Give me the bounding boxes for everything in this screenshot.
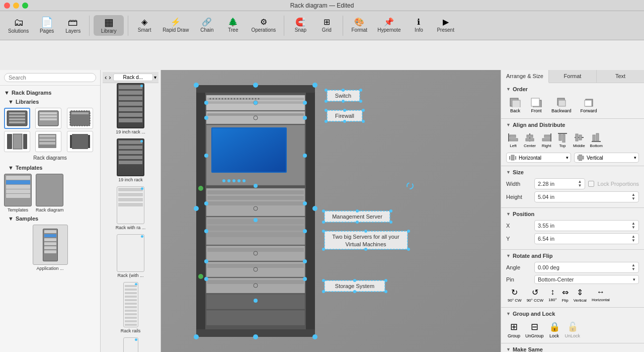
toolbar-library[interactable]: ▦ Library	[94, 15, 124, 36]
sample-thumb-1[interactable]: Application ...	[33, 225, 68, 271]
lock-proportions-checkbox[interactable]	[588, 181, 594, 187]
rack-diagram-svg[interactable]: Switch Firewall Management Se	[181, 80, 493, 352]
section-rack-diagrams[interactable]: ▼ Rack Diagrams	[0, 88, 100, 98]
toolbar-format[interactable]: 🎨 Format	[347, 16, 371, 35]
align-header[interactable]: ▼ Align and Distribute	[506, 122, 639, 128]
thumb-rack-front-2[interactable]	[35, 108, 61, 129]
height-stepper[interactable]: ▲ ▼	[631, 193, 635, 201]
group-btn[interactable]: ⊞ Group	[506, 320, 522, 340]
svg-point-119	[325, 120, 328, 123]
unlock-btn[interactable]: 🔓 UnLock	[564, 320, 582, 340]
traffic-lights[interactable]	[4, 3, 28, 9]
position-x-value[interactable]: 3.55 in ▲ ▼	[534, 220, 639, 231]
toolbar-chain[interactable]: 🔗 Chain	[195, 16, 219, 35]
width-down-btn[interactable]: ▼	[578, 184, 582, 188]
distribute-h-select[interactable]: Horizontal ▾	[506, 153, 571, 163]
toolbar-hypernote[interactable]: 📌 Hypernote	[373, 16, 405, 35]
align-left-btn[interactable]: Left	[506, 131, 520, 150]
angle-down-btn[interactable]: ▼	[631, 267, 635, 271]
order-back-btn[interactable]: Back	[506, 95, 524, 115]
thumb-rack-3d-1[interactable]	[4, 108, 30, 129]
order-backward-btn[interactable]: Backward	[548, 95, 575, 115]
rotate-90ccw-btn[interactable]: ↺ 90° CCW	[525, 286, 545, 304]
toolbar-info[interactable]: ℹ Info	[407, 16, 431, 35]
lib-item-rack-with-rails[interactable]: Rack with ra ...	[103, 186, 158, 230]
toolbar-grid[interactable]: ⊞ Grid	[314, 16, 339, 35]
position-header[interactable]: ▼ Position	[506, 211, 639, 217]
canvas-content[interactable]: Switch Firewall Management Se	[161, 70, 501, 352]
height-down-btn[interactable]: ▼	[631, 197, 635, 201]
lock-btn[interactable]: 🔒 Lock	[547, 320, 561, 340]
section-templates[interactable]: ▼ Templates	[0, 164, 100, 172]
rotate-90cw-btn[interactable]: ↻ 90° CW	[506, 286, 523, 304]
minimize-button[interactable]	[13, 3, 19, 9]
distribute-v-select[interactable]: Vertical ▾	[574, 153, 639, 163]
section-samples[interactable]: ▼ Samples	[0, 215, 100, 223]
align-center-btn[interactable]: Center	[522, 131, 537, 150]
align-right-btn[interactable]: Right	[539, 131, 553, 150]
library-forward-btn[interactable]: ›	[109, 74, 111, 81]
align-top-btn[interactable]: Top	[555, 131, 570, 150]
align-bottom-btn[interactable]: Bottom	[589, 131, 604, 150]
rotate-180-btn[interactable]: ↕ 180°	[547, 286, 558, 304]
thumb-rack-3d-5[interactable]	[35, 131, 61, 152]
flip-vertical-btn[interactable]: ⇕ Vertical	[572, 286, 588, 304]
close-button[interactable]	[4, 3, 10, 9]
make-same-header[interactable]: ▼ Make Same	[506, 346, 639, 352]
toolbar-tree[interactable]: 🌲 Tree	[221, 16, 245, 35]
toolbar-layers[interactable]: 🗃 Layers	[61, 15, 85, 36]
template-thumb-1[interactable]: Templates	[4, 174, 32, 213]
size-header[interactable]: ▼ Size	[506, 169, 639, 175]
thumb-rack-front-4[interactable]	[4, 131, 30, 152]
tab-text[interactable]: Text	[597, 70, 644, 83]
flip-btn[interactable]: ⇔ Flip	[560, 286, 570, 304]
y-stepper[interactable]: ▲ ▼	[631, 235, 635, 243]
order-forward-btn[interactable]: Forward	[578, 95, 600, 115]
order-header[interactable]: ▼ Order	[506, 86, 639, 92]
y-down-btn[interactable]: ▼	[631, 239, 635, 243]
tab-arrange-size[interactable]: Arrange & Size	[501, 70, 549, 83]
group-lock-header[interactable]: ▼ Group and Lock	[506, 311, 639, 317]
pin-value[interactable]: Bottom-Center ▾	[534, 275, 639, 284]
toolbar-snap[interactable]: 🧲 Snap	[288, 16, 312, 35]
flip-horizontal-btn[interactable]: ↔ Horizontal	[590, 286, 611, 304]
toolbar-present[interactable]: ▶ Present	[433, 16, 458, 35]
x-stepper[interactable]: ▲ ▼	[631, 222, 635, 230]
svg-point-80	[253, 83, 258, 88]
distribute-h-icon	[509, 154, 517, 161]
lib-item-rack-rails[interactable]: Rack rails	[103, 282, 158, 333]
position-y-value[interactable]: 6.54 in ▲ ▼	[534, 233, 639, 244]
svg-point-29	[210, 98, 211, 100]
lib-item-rack-rails2[interactable]: Rack rails ...	[103, 337, 158, 352]
width-stepper[interactable]: ▲ ▼	[578, 180, 582, 188]
svg-point-38	[237, 98, 238, 100]
size-height-value[interactable]: 5.04 in ▲ ▼	[534, 191, 639, 202]
thumb-rack-front-3[interactable]	[67, 108, 93, 129]
ungroup-btn[interactable]: ⊟ UnGroup	[524, 320, 545, 340]
toolbar-pages[interactable]: 📄 Pages	[35, 15, 59, 36]
library-dropdown-btn[interactable]: ▾	[154, 75, 156, 80]
angle-stepper[interactable]: ▲ ▼	[631, 263, 635, 271]
toolbar-smart[interactable]: ◈ Smart	[132, 16, 156, 35]
align-middle-btn[interactable]: Middle	[572, 131, 587, 150]
lib-item-19inch-rack-tall[interactable]: 19 inch rack ...	[103, 83, 158, 134]
search-input[interactable]	[4, 73, 96, 82]
maximize-button[interactable]	[22, 3, 28, 9]
library-back-btn[interactable]: ‹	[105, 74, 107, 81]
thumb-rack-3d-6[interactable]	[67, 131, 93, 152]
tab-format[interactable]: Format	[549, 70, 597, 83]
lib-item-19inch-rack[interactable]: 19 inch rack	[103, 138, 158, 182]
x-down-btn[interactable]: ▼	[631, 226, 635, 230]
toolbar-solutions[interactable]: 🗂 Solutions	[4, 15, 33, 36]
template-thumb-2[interactable]: Rack diagram	[36, 174, 64, 213]
toolbar-operations[interactable]: ⚙ Operations	[247, 16, 280, 35]
order-front-btn[interactable]: Front	[527, 95, 545, 115]
templates-arrow: ▼	[8, 165, 14, 171]
rotate-flip-header[interactable]: ▼ Rotate and Flip	[506, 253, 639, 259]
angle-value[interactable]: 0.00 deg ▲ ▼	[534, 262, 639, 273]
section-libraries[interactable]: ▼ Libraries	[0, 98, 100, 106]
toolbar-rapid-draw[interactable]: ⚡ Rapid Draw	[158, 16, 193, 35]
svg-rect-6	[40, 112, 57, 114]
lib-item-rack-with-rails2[interactable]: Rack (with ...	[103, 234, 158, 278]
size-width-value[interactable]: 2.28 in ▲ ▼	[534, 178, 585, 189]
